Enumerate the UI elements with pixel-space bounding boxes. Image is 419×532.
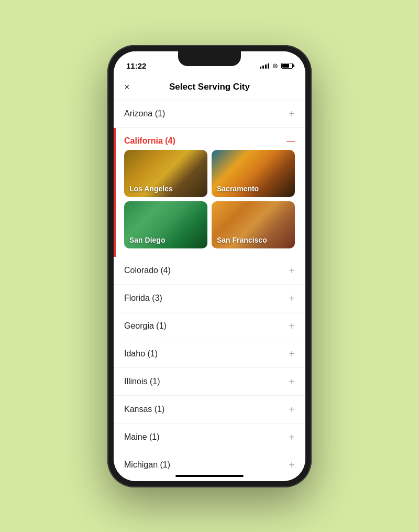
city-card-bg-los-angeles: Los Angeles <box>124 150 207 197</box>
home-indicator <box>114 471 305 481</box>
state-row-florida[interactable]: Florida (3) + <box>114 285 305 312</box>
phone-screen: 11:22 ⊜ × Select <box>114 51 305 481</box>
expand-icon-georgia: + <box>289 321 295 331</box>
state-name-arizona: Arizona (1) <box>124 109 165 118</box>
city-card-los-angeles[interactable]: Los Angeles <box>124 150 207 197</box>
state-name-illinois: Illinois (1) <box>124 377 160 386</box>
expand-icon-florida: + <box>289 293 295 303</box>
city-card-san-diego[interactable]: San Diego <box>124 201 207 248</box>
status-icons: ⊜ <box>260 62 293 70</box>
state-row-maine[interactable]: Maine (1) + <box>114 424 305 451</box>
status-bar: 11:22 ⊜ <box>114 51 305 74</box>
page-header: × Select Serving City <box>114 74 305 100</box>
app-content: × Select Serving City Arizona (1) + Cali… <box>114 74 305 481</box>
state-row-kansas[interactable]: Kansas (1) + <box>114 396 305 424</box>
state-row-arizona[interactable]: Arizona (1) + <box>114 100 305 128</box>
signal-bar-2 <box>262 66 264 69</box>
state-name-idaho: Idaho (1) <box>124 349 158 359</box>
wifi-icon: ⊜ <box>272 62 278 70</box>
close-button[interactable]: × <box>124 82 130 92</box>
cities-grid: Los Angeles Sacramento San Diego <box>124 150 295 248</box>
state-row-illinois[interactable]: Illinois (1) + <box>114 368 305 396</box>
collapse-icon-california: — <box>286 137 295 145</box>
city-name-san-francisco: San Francisco <box>217 236 267 244</box>
status-time: 11:22 <box>126 61 146 70</box>
battery-fill <box>282 64 289 68</box>
signal-bar-1 <box>260 67 261 69</box>
city-card-bg-san-diego: San Diego <box>124 201 207 248</box>
state-name-california: California (4) <box>124 136 175 146</box>
signal-bar-4 <box>268 63 269 69</box>
home-bar <box>175 475 244 477</box>
city-card-san-francisco[interactable]: San Francisco <box>212 201 295 248</box>
city-name-san-diego: San Diego <box>129 236 165 244</box>
city-card-bg-san-francisco: San Francisco <box>212 201 295 248</box>
page-title: Select Serving City <box>169 82 250 92</box>
state-name-kansas: Kansas (1) <box>124 405 164 414</box>
signal-bars-icon <box>260 63 269 69</box>
city-card-sacramento[interactable]: Sacramento <box>212 150 295 197</box>
state-name-florida: Florida (3) <box>124 294 162 303</box>
city-name-los-angeles: Los Angeles <box>129 184 173 193</box>
cities-section-california: Los Angeles Sacramento San Diego <box>114 150 305 257</box>
signal-bar-3 <box>265 64 267 69</box>
state-name-colorado: Colorado (4) <box>124 266 171 275</box>
state-name-georgia: Georgia (1) <box>124 321 167 331</box>
expand-icon-kansas: + <box>289 404 295 415</box>
states-scroll-area[interactable]: Arizona (1) + California (4) — Los Angel… <box>114 100 305 471</box>
expand-icon-arizona: + <box>289 108 295 119</box>
state-row-michigan[interactable]: Michigan (1) + <box>114 451 305 471</box>
expand-icon-colorado: + <box>289 265 295 276</box>
phone-frame: 11:22 ⊜ × Select <box>107 45 312 487</box>
expand-icon-illinois: + <box>289 376 295 387</box>
state-name-michigan: Michigan (1) <box>124 460 170 470</box>
notch <box>178 51 241 66</box>
city-name-sacramento: Sacramento <box>217 184 259 193</box>
expand-icon-maine: + <box>289 432 295 442</box>
battery-body <box>281 63 293 69</box>
state-row-idaho[interactable]: Idaho (1) + <box>114 340 305 368</box>
battery-icon <box>281 63 293 69</box>
state-name-maine: Maine (1) <box>124 432 160 442</box>
expand-icon-idaho: + <box>289 349 295 359</box>
expand-icon-michigan: + <box>289 460 295 470</box>
state-row-georgia[interactable]: Georgia (1) + <box>114 312 305 340</box>
state-row-california[interactable]: California (4) — <box>114 128 305 150</box>
city-card-bg-sacramento: Sacramento <box>212 150 295 197</box>
state-row-colorado[interactable]: Colorado (4) + <box>114 257 305 285</box>
